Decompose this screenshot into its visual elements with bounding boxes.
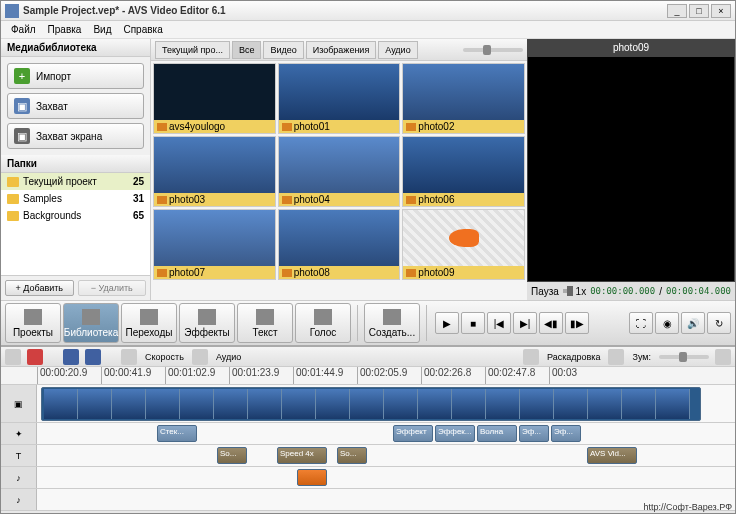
text-track: T So...Speed 4xSo...AVS Vid... (1, 445, 735, 467)
add-folder-button[interactable]: + Добавить (5, 280, 74, 296)
video-track-body[interactable] (37, 385, 735, 422)
thumb-size-slider[interactable] (463, 48, 523, 52)
play-button[interactable]: ▶ (435, 312, 459, 334)
timeline-clip[interactable]: Speed 4x (277, 447, 327, 464)
text-icon (256, 309, 274, 325)
screen-icon: ▣ (14, 128, 30, 144)
media-thumb[interactable]: photo04 (278, 136, 401, 207)
filter-video[interactable]: Видео (263, 41, 303, 59)
effects-track: ✦ Стек...ЭффектЭффек...ВолнаЭф...Эф... (1, 423, 735, 445)
volume-button[interactable]: 🔊 (681, 312, 705, 334)
capture-button[interactable]: ▣Захват (7, 93, 144, 119)
voice-button[interactable]: Голос (295, 303, 351, 343)
timeline-clip[interactable] (297, 469, 327, 486)
media-thumb[interactable]: photo06 (402, 136, 525, 207)
timeline-clip[interactable]: Эф... (519, 425, 549, 442)
fit-icon[interactable] (608, 349, 624, 365)
folder-row[interactable]: Backgrounds65 (1, 207, 150, 224)
text-track-body[interactable]: So...Speed 4xSo...AVS Vid... (37, 445, 735, 466)
folder-row[interactable]: Samples31 (1, 190, 150, 207)
filter-audio[interactable]: Аудио (378, 41, 417, 59)
library-button[interactable]: Библиотека (63, 303, 119, 343)
audio-track-body[interactable] (37, 467, 735, 488)
timeline-clip[interactable]: So... (337, 447, 367, 464)
speed-icon[interactable] (121, 349, 137, 365)
image-badge-icon (406, 269, 416, 277)
ruler[interactable]: 00:00:20.900:00:41.900:01:02.900:01:23.9… (1, 367, 735, 385)
prev-button[interactable]: |◀ (487, 312, 511, 334)
effects-button[interactable]: Эффекты (179, 303, 235, 343)
timeline-clip[interactable]: Эффек... (435, 425, 475, 442)
timeline-clip[interactable]: AVS Vid... (587, 447, 637, 464)
media-thumb[interactable]: photo08 (278, 209, 401, 280)
import-button[interactable]: +Импорт (7, 63, 144, 89)
timeline-clip[interactable]: Эффект (393, 425, 433, 442)
media-thumb[interactable]: photo09 (402, 209, 525, 280)
audio2-track-head[interactable]: ♪ (1, 489, 37, 510)
prev-frame-button[interactable]: ◀▮ (539, 312, 563, 334)
media-thumb[interactable]: photo03 (153, 136, 276, 207)
next-frame-button[interactable]: ▮▶ (565, 312, 589, 334)
menu-help[interactable]: Справка (117, 22, 168, 37)
redo-icon[interactable] (85, 349, 101, 365)
effects-track-body[interactable]: Стек...ЭффектЭффек...ВолнаЭф...Эф... (37, 423, 735, 444)
text-track-head[interactable]: T (1, 445, 37, 466)
timeline-clip[interactable]: Стек... (157, 425, 197, 442)
projects-button[interactable]: Проекты (5, 303, 61, 343)
text-button[interactable]: Текст (237, 303, 293, 343)
audio-icon[interactable] (192, 349, 208, 365)
image-badge-icon (157, 269, 167, 277)
timeline-clip[interactable]: Эф... (551, 425, 581, 442)
folder-row[interactable]: Текущий проект25 (1, 173, 150, 190)
minimize-button[interactable]: _ (667, 4, 687, 18)
tool-strip: Проекты Библиотека Переходы Эффекты Текс… (1, 300, 735, 346)
snapshot-button[interactable]: ◉ (655, 312, 679, 334)
preview-seek-slider[interactable] (563, 289, 572, 293)
zoom-in-icon[interactable] (715, 349, 731, 365)
fullscreen-button[interactable]: ⛶ (629, 312, 653, 334)
timeline-clip[interactable]: Волна (477, 425, 517, 442)
maximize-button[interactable]: □ (689, 4, 709, 18)
thumb-image (154, 137, 275, 193)
menu-file[interactable]: Файл (5, 22, 42, 37)
audio-track-head[interactable]: ♪ (1, 467, 37, 488)
menu-view[interactable]: Вид (87, 22, 117, 37)
screen-capture-button[interactable]: ▣Захват экрана (7, 123, 144, 149)
transitions-button[interactable]: Переходы (121, 303, 177, 343)
remove-folder-button[interactable]: − Удалить (78, 280, 147, 296)
loop-button[interactable]: ↻ (707, 312, 731, 334)
close-button[interactable]: × (711, 4, 731, 18)
time-total: 00:00:04.000 (666, 286, 731, 296)
image-badge-icon (157, 123, 167, 131)
main-video-clip[interactable] (41, 387, 701, 421)
speed-label: 1x (576, 286, 587, 297)
filter-current[interactable]: Текущий про... (155, 41, 230, 59)
next-button[interactable]: ▶| (513, 312, 537, 334)
thumb-image (403, 64, 524, 120)
create-button[interactable]: Создать... (364, 303, 420, 343)
filter-bar: Текущий про... Все Видео Изображения Ауд… (151, 39, 527, 61)
timeline-clip[interactable]: So... (217, 447, 247, 464)
zoom-slider[interactable] (659, 355, 709, 359)
delete-tool-icon[interactable] (27, 349, 43, 365)
thumb-image (403, 137, 524, 193)
app-icon (5, 4, 19, 18)
audio2-track-body[interactable] (37, 489, 735, 510)
menu-edit[interactable]: Правка (42, 22, 88, 37)
effects-track-head[interactable]: ✦ (1, 423, 37, 444)
undo-icon[interactable] (63, 349, 79, 365)
media-thumb[interactable]: avs4youlogo (153, 63, 276, 134)
cut-tool-icon[interactable] (5, 349, 21, 365)
filter-images[interactable]: Изображения (306, 41, 377, 59)
disc-icon (383, 309, 401, 325)
folder-icon (7, 194, 19, 204)
storyboard-icon[interactable] (523, 349, 539, 365)
stop-button[interactable]: ■ (461, 312, 485, 334)
media-thumb[interactable]: photo02 (402, 63, 525, 134)
media-thumb[interactable]: photo07 (153, 209, 276, 280)
pause-label: Пауза (531, 286, 559, 297)
media-thumb[interactable]: photo01 (278, 63, 401, 134)
video-track-head[interactable]: ▣ (1, 385, 37, 422)
preview-video[interactable] (527, 56, 735, 282)
filter-all[interactable]: Все (232, 41, 262, 59)
